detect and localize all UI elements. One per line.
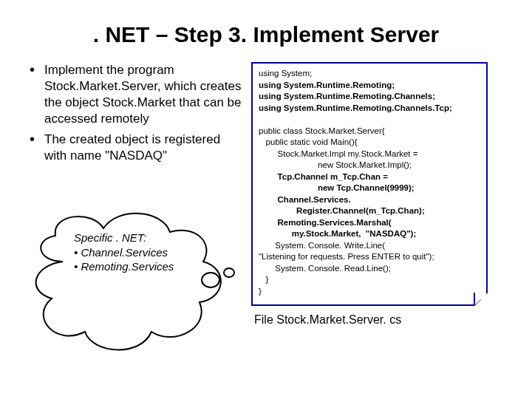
file-caption: File Stock.Market.Server. cs	[254, 313, 502, 327]
code-line: Register.Channel(m_Tcp.Chan);	[259, 206, 425, 215]
code-line: using System.Runtime.Remoting.Channels.T…	[259, 103, 452, 112]
code-line: Tcp.Channel m_Tcp.Chan =	[259, 172, 388, 181]
code-line: public class Stock.Market.Server{	[259, 126, 385, 135]
cloud-item: • Channel.Services	[74, 245, 174, 260]
bullet-item: The created object is registered with na…	[30, 132, 244, 164]
code-line: }	[259, 275, 268, 284]
right-column: using System; using System.Runtime.Remot…	[251, 62, 502, 327]
code-line: new Stock.Market.Impl();	[259, 160, 412, 169]
content-row: Implement the program Stock.Market.Serve…	[30, 62, 502, 327]
code-box: using System; using System.Runtime.Remot…	[251, 62, 488, 306]
bullet-list: Implement the program Stock.Market.Serve…	[30, 62, 244, 165]
cloud-heading: Specific . NET:	[74, 231, 174, 245]
svg-point-0	[202, 273, 219, 287]
code-line: }	[259, 287, 262, 296]
cloud-callout: Specific . NET: • Channel.Services • Rem…	[22, 202, 244, 365]
code-line: "Listening for requests. Press ENTER to …	[259, 252, 434, 261]
code-line: Stock.Market.Impl my.Stock.Market =	[259, 149, 417, 158]
cloud-text: Specific . NET: • Channel.Services • Rem…	[74, 231, 174, 274]
code-line: my.Stock.Market, "NASDAQ");	[259, 229, 416, 238]
code-line: using System.Runtime.Remoting;	[259, 81, 395, 89]
left-column: Implement the program Stock.Market.Serve…	[30, 62, 244, 171]
code-line: Channel.Services.	[259, 195, 351, 204]
code-line: new Tcp.Channel(9999);	[259, 183, 415, 192]
page-fold-icon	[474, 292, 487, 305]
code-line: System. Console. Read.Line();	[259, 264, 391, 273]
code-line: public static void Main(){	[259, 137, 358, 146]
bullet-item: Implement the program Stock.Market.Serve…	[30, 62, 244, 127]
slide: . NET – Step 3. Implement Server Impleme…	[0, 0, 532, 399]
slide-title: . NET – Step 3. Implement Server	[30, 22, 502, 47]
code-line: using System;	[259, 69, 312, 78]
code-line: System. Console. Write.Line(	[259, 241, 385, 250]
code-line: using System.Runtime.Remoting.Channels;	[259, 92, 435, 100]
cloud-icon	[22, 202, 244, 365]
cloud-item: • Remoting.Services	[74, 259, 174, 274]
svg-point-1	[224, 268, 234, 277]
code-line: Remoting.Services.Marshal(	[259, 218, 392, 227]
